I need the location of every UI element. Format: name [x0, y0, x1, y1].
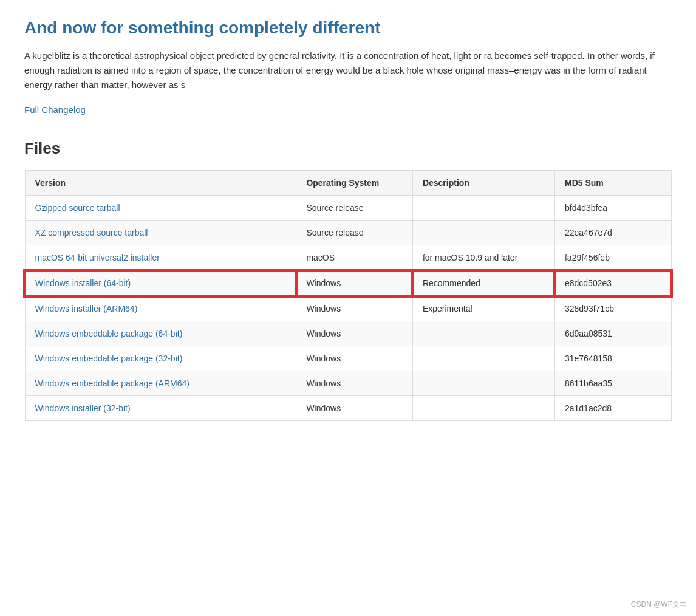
file-link[interactable]: macOS 64-bit universal2 installer	[35, 253, 160, 262]
cell-version: XZ compressed source tarball	[25, 221, 296, 245]
cell-md5: 31e7648158	[554, 346, 671, 371]
file-link[interactable]: Windows installer (64-bit)	[35, 278, 131, 288]
changelog-link[interactable]: Full Changelog	[24, 104, 86, 115]
cell-os: Windows	[296, 270, 413, 296]
cell-description: Experimental	[412, 296, 554, 321]
files-table: Version Operating System Description MD5…	[24, 170, 672, 421]
cell-description	[412, 321, 554, 346]
cell-version: macOS 64-bit universal2 installer	[25, 245, 296, 271]
cell-md5: bfd4d3bfea	[554, 196, 671, 221]
table-header-row: Version Operating System Description MD5…	[25, 171, 671, 196]
table-row: Windows installer (ARM64)WindowsExperime…	[25, 296, 671, 321]
col-header-version: Version	[25, 171, 296, 196]
cell-md5: 22ea467e7d	[554, 221, 671, 245]
table-row: Gzipped source tarballSource releasebfd4…	[25, 196, 671, 221]
table-row: Windows installer (32-bit)Windows2a1d1ac…	[25, 396, 671, 421]
cell-description	[412, 371, 554, 396]
cell-os: Windows	[296, 346, 413, 371]
file-link[interactable]: Windows embeddable package (32-bit)	[35, 354, 183, 363]
col-header-description: Description	[412, 171, 554, 196]
cell-version: Windows installer (ARM64)	[25, 296, 296, 321]
table-row: Windows embeddable package (64-bit)Windo…	[25, 321, 671, 346]
cell-description	[412, 221, 554, 245]
col-header-md5: MD5 Sum	[554, 171, 671, 196]
table-row: Windows embeddable package (32-bit)Windo…	[25, 346, 671, 371]
cell-md5: 8611b6aa35	[554, 371, 671, 396]
cell-version: Windows installer (32-bit)	[25, 396, 296, 421]
table-row: macOS 64-bit universal2 installermacOSfo…	[25, 245, 671, 271]
cell-version: Windows embeddable package (32-bit)	[25, 346, 296, 371]
cell-md5: 328d93f71cb	[554, 296, 671, 321]
description-text: A kugelblitz is a theoretical astrophysi…	[24, 49, 672, 92]
cell-os: Source release	[296, 196, 413, 221]
cell-os: Windows	[296, 296, 413, 321]
cell-os: Source release	[296, 221, 413, 245]
cell-md5: 2a1d1ac2d8	[554, 396, 671, 421]
cell-version: Gzipped source tarball	[25, 196, 296, 221]
file-link[interactable]: Gzipped source tarball	[35, 203, 120, 213]
file-link[interactable]: Windows installer (ARM64)	[35, 304, 138, 313]
col-header-os: Operating System	[296, 171, 413, 196]
table-row: XZ compressed source tarballSource relea…	[25, 221, 671, 245]
cell-os: Windows	[296, 321, 413, 346]
cell-md5: fa29f456feb	[554, 245, 671, 271]
table-row: Windows embeddable package (ARM64)Window…	[25, 371, 671, 396]
file-link[interactable]: Windows embeddable package (64-bit)	[35, 329, 183, 338]
cell-description	[412, 396, 554, 421]
cell-description	[412, 196, 554, 221]
cell-description: for macOS 10.9 and later	[412, 245, 554, 271]
cell-os: Windows	[296, 396, 413, 421]
cell-os: macOS	[296, 245, 413, 271]
file-link[interactable]: Windows embeddable package (ARM64)	[35, 378, 189, 388]
cell-version: Windows embeddable package (64-bit)	[25, 321, 296, 346]
cell-md5: 6d9aa08531	[554, 321, 671, 346]
cell-version: Windows installer (64-bit)	[25, 270, 296, 296]
file-link[interactable]: Windows installer (32-bit)	[35, 403, 131, 413]
page-title: And now for something completely differe…	[24, 18, 672, 38]
cell-description: Recommended	[412, 270, 554, 296]
cell-os: Windows	[296, 371, 413, 396]
cell-md5: e8dcd502e3	[554, 270, 671, 296]
files-section-title: Files	[24, 139, 672, 158]
cell-version: Windows embeddable package (ARM64)	[25, 371, 296, 396]
table-row: Windows installer (64-bit)WindowsRecomme…	[25, 270, 671, 296]
file-link[interactable]: XZ compressed source tarball	[35, 228, 148, 238]
cell-description	[412, 346, 554, 371]
